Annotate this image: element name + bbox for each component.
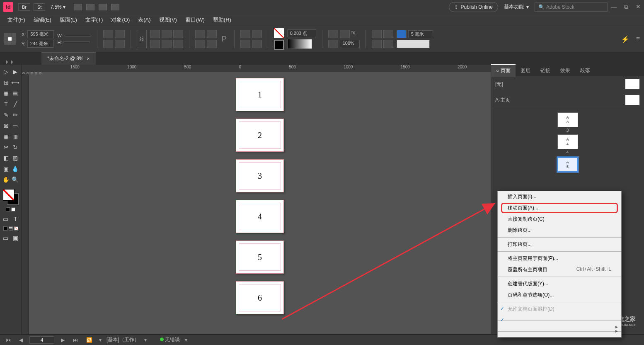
note-tool[interactable]: ▣: [2, 165, 10, 173]
quick-apply-icon[interactable]: ⚡: [621, 35, 629, 43]
master-none-row[interactable]: [无]: [491, 76, 644, 92]
rotate-icon[interactable]: [115, 30, 125, 38]
page-thumb[interactable]: A4 4: [557, 134, 578, 155]
flip-icon[interactable]: [115, 40, 125, 48]
panel-toggle-icon[interactable]: ⏵⏵: [5, 59, 15, 65]
prev-page-button[interactable]: ◀: [17, 337, 24, 343]
menu-edit[interactable]: 编辑(E): [29, 15, 56, 25]
w-input[interactable]: [65, 35, 91, 36]
panel-menu-icon[interactable]: ≡: [636, 35, 640, 43]
default-white-swatch[interactable]: [11, 207, 15, 211]
canvas[interactable]: 150010005000500100015002000 00000 1 2 3 …: [22, 65, 491, 334]
default-black-swatch[interactable]: [6, 207, 10, 211]
corner-options-icon[interactable]: [397, 30, 407, 38]
page[interactable]: 6: [236, 281, 284, 314]
menu-object[interactable]: 对象(O): [107, 15, 134, 25]
menu-view[interactable]: 视图(V): [155, 15, 181, 25]
align-icon[interactable]: [252, 30, 262, 38]
close-button[interactable]: ✕: [636, 3, 641, 10]
menu-table[interactable]: 表(A): [134, 15, 155, 25]
chain-icon[interactable]: ⛓: [137, 30, 147, 48]
view-option-icon[interactable]: [74, 4, 82, 10]
first-page-button[interactable]: ⏮: [4, 337, 12, 343]
fill-stroke-swatches[interactable]: [3, 189, 19, 205]
text-wrap-icon[interactable]: [383, 30, 393, 38]
gradient-feather-tool[interactable]: ▨: [11, 154, 19, 162]
gradient-swatch-tool[interactable]: ◧: [2, 154, 10, 162]
tab-layers[interactable]: 图层: [516, 65, 535, 77]
corner-input[interactable]: 5 毫米: [408, 30, 433, 38]
eyedropper-tool[interactable]: 💧: [11, 165, 19, 173]
stroke-swatch[interactable]: [274, 40, 284, 50]
screen-mode-icon[interactable]: [99, 4, 107, 10]
reference-point-grid[interactable]: [4, 33, 16, 45]
maximize-button[interactable]: ⧉: [624, 3, 628, 10]
preview-view-icon[interactable]: ▣: [12, 234, 20, 242]
flip-h-icon[interactable]: [195, 40, 205, 48]
x-input[interactable]: 595 毫米: [27, 30, 54, 38]
view-option-icon[interactable]: [86, 4, 94, 10]
text-wrap-icon[interactable]: [372, 30, 382, 38]
bridge-button[interactable]: Br: [18, 3, 30, 11]
adobe-stock-search[interactable]: 🔍 Adobe Stock: [535, 2, 608, 12]
ctx-alt-layout[interactable]: 创建替代版面(Y)...: [498, 278, 621, 289]
menu-window[interactable]: 窗口(W): [181, 15, 209, 25]
effects-icon[interactable]: [328, 30, 338, 38]
scale-icon[interactable]: [162, 30, 172, 38]
zoom-tool[interactable]: 🔍: [11, 175, 19, 184]
rotate-90-icon[interactable]: [195, 30, 205, 38]
distribute-icon[interactable]: [240, 40, 250, 48]
y-input[interactable]: 244 毫米: [27, 40, 54, 48]
selection-tool[interactable]: ▷: [2, 68, 10, 76]
minimize-button[interactable]: —: [611, 3, 617, 10]
distribute-icon[interactable]: [252, 40, 262, 48]
ctx-insert-pages[interactable]: 插入页面(I)...: [498, 191, 621, 202]
tab-effects[interactable]: 效果: [555, 65, 575, 77]
content-collector-tool[interactable]: ▦: [2, 89, 10, 97]
rectangle-frame-tool[interactable]: ⊠: [2, 121, 10, 130]
last-page-button[interactable]: ⏭: [71, 337, 80, 343]
publish-online-button[interactable]: ⇪ Publish Online: [449, 2, 498, 12]
shear-icon[interactable]: [150, 40, 160, 48]
tab-paragraph[interactable]: 段落: [575, 65, 595, 77]
scissors-tool[interactable]: ✂: [2, 143, 10, 151]
rectangle-tool[interactable]: ▭: [11, 121, 19, 130]
format-container-icon[interactable]: ▭: [2, 215, 10, 223]
h-input[interactable]: [63, 41, 90, 43]
master-a-row[interactable]: A-主页: [491, 92, 644, 108]
ctx-move-pages[interactable]: 移动页面(A)...: [498, 202, 621, 214]
ctx-print-spread[interactable]: 打印跨页...: [498, 239, 621, 250]
menu-file[interactable]: 文件(F): [3, 15, 29, 25]
opacity-input[interactable]: 100%: [340, 40, 360, 48]
page[interactable]: 5: [236, 241, 284, 274]
page-tool[interactable]: ⊞: [2, 78, 10, 87]
line-tool[interactable]: ╱: [11, 100, 19, 108]
corner-icon[interactable]: [372, 40, 382, 48]
page[interactable]: 1: [236, 78, 284, 111]
grid-tool[interactable]: ▥: [11, 132, 19, 141]
shear-icon[interactable]: [150, 30, 160, 38]
scale-icon[interactable]: [173, 30, 183, 38]
workspace-selector[interactable]: 基本功能▾: [504, 3, 529, 10]
current-page-input[interactable]: 4: [29, 336, 54, 344]
grid-tool[interactable]: ▦: [2, 132, 10, 141]
tab-pages[interactable]: ○ 页面: [491, 64, 516, 77]
stroke-weight-input[interactable]: 0.283 点: [287, 29, 316, 37]
gradient-swatch[interactable]: [397, 40, 430, 48]
opacity-icon[interactable]: [328, 40, 338, 48]
rotate-icon[interactable]: [103, 30, 113, 38]
hand-tool[interactable]: ✋: [2, 175, 10, 184]
zoom-level[interactable]: 7.5% ▾: [50, 4, 65, 10]
type-tool[interactable]: T: [2, 100, 10, 108]
pages-scroll-area[interactable]: 1 2 3 4 5 6: [29, 72, 491, 334]
corner-icon[interactable]: [383, 40, 393, 48]
page[interactable]: 4: [236, 200, 284, 233]
ctx-allow-shuffle[interactable]: 允许文档页面混排(D): [498, 304, 621, 315]
fill-swatch[interactable]: [274, 28, 284, 38]
pencil-tool[interactable]: ✏: [11, 111, 19, 119]
align-icon[interactable]: [240, 30, 250, 38]
page[interactable]: 3: [236, 159, 284, 192]
scale-icon[interactable]: [173, 40, 183, 48]
ctx-delete-spread[interactable]: 删除跨页...: [498, 225, 621, 236]
ctx-submenu[interactable]: ▸: [498, 326, 621, 330]
